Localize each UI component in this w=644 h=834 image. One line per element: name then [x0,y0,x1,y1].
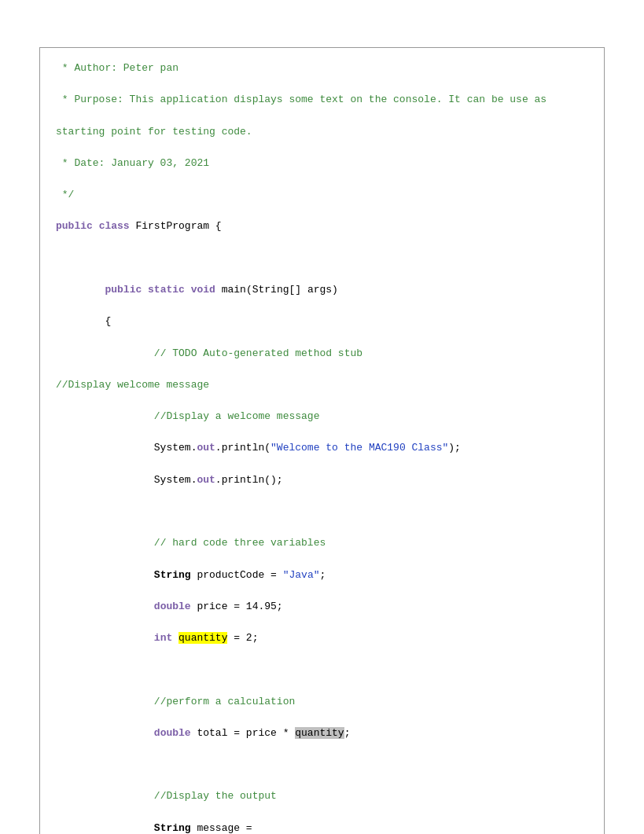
code-var-string: String productCode = "Java"; [56,568,588,583]
code-msg-decl: String message = [56,821,588,834]
code-comment-calc: //perform a calculation [56,694,588,710]
code-block: * Author: Peter pan * Purpose: This appl… [39,47,605,834]
code-comment-purpose: * Purpose: This application displays som… [56,92,588,108]
code-comment-end: */ [56,187,588,203]
code-comment-starting: starting point for testing code. [56,124,588,140]
code-var-int: int quantity = 2; [56,630,588,646]
code-todo: // TODO Auto-generated method stub [56,346,588,362]
code-method-decl: public static void main(String[] args) [56,282,588,298]
code-blank3 [56,662,588,678]
code-display-welcome-outer: //Display welcome message [56,377,588,393]
code-display-welcome: //Display a welcome message [56,409,588,424]
code-blank4 [56,757,588,773]
code-var-double: double price = 14.95; [56,599,588,615]
code-comment-output: //Display the output [56,788,588,804]
code-println-welcome: System.out.println("Welcome to the MAC19… [56,440,588,456]
code-comment-date: * Date: January 03, 2021 [56,156,588,171]
code-calc: double total = price * quantity; [56,726,588,741]
code-blank2 [56,504,588,520]
code-comment-hard: // hard code three variables [56,535,588,551]
code-class-decl: public class FirstProgram { [56,219,588,234]
code-comment-author: * Author: Peter pan [56,61,588,76]
code-blank [56,251,588,266]
code-println-empty: System.out.println(); [56,472,588,488]
code-brace-open: { [56,314,588,329]
